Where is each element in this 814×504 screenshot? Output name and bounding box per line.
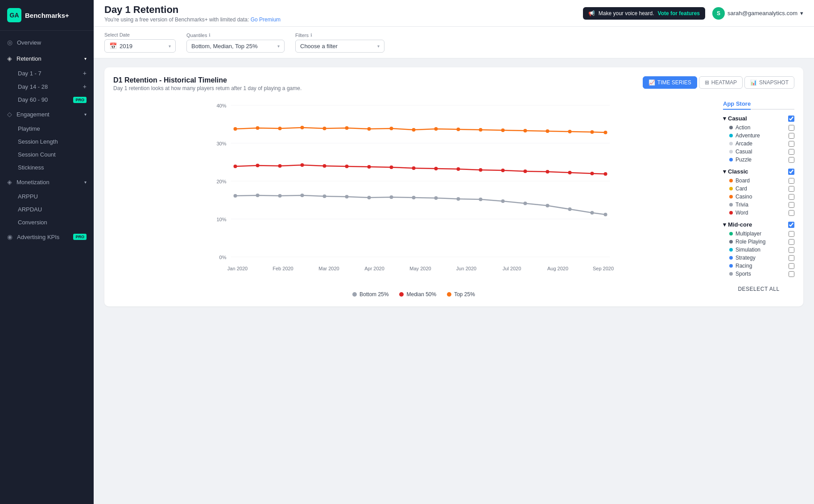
svg-text:40%: 40%	[216, 103, 226, 108]
svg-point-36	[412, 166, 416, 170]
strategy-dot	[729, 256, 733, 260]
classic-section-header[interactable]: ▾ Classic	[723, 168, 794, 175]
casino-checkbox[interactable]	[789, 194, 794, 200]
deselect-all-button[interactable]: DESELECT ALL	[723, 282, 794, 296]
sidebar-item-day60-90[interactable]: Day 60 - 90 PRO	[0, 93, 94, 106]
filters-control: Filters ℹ Choose a filter ▾	[295, 33, 384, 53]
svg-point-51	[345, 195, 349, 198]
sidebar-item-arppu[interactable]: ARPPU	[0, 190, 94, 203]
quantiles-info-icon[interactable]: ℹ	[209, 33, 211, 37]
midcore-section-header[interactable]: ▾ Mid-core	[723, 221, 794, 228]
chart-plot: 40% 30% 20% 10% 0%	[113, 99, 714, 297]
content-area: D1 Retention - Historical Timeline Day 1…	[94, 58, 814, 504]
filters-label: Filters ℹ	[295, 33, 384, 38]
board-checkbox[interactable]	[789, 178, 794, 184]
filters-select[interactable]: Choose a filter ▾	[295, 40, 384, 53]
sidebar-item-advertising[interactable]: ◉ Advertising KPIs PRO	[0, 229, 94, 245]
vote-link[interactable]: Vote for features	[658, 10, 700, 17]
multiplayer-checkbox[interactable]	[789, 231, 794, 237]
sidebar-label-retention: Retention	[17, 55, 41, 62]
svg-point-42	[546, 170, 550, 174]
snapshot-icon: 📊	[750, 79, 757, 86]
svg-point-12	[278, 127, 282, 130]
stickiness-label: Stickiness	[18, 164, 44, 171]
puzzle-checkbox[interactable]	[789, 157, 794, 163]
sports-dot	[729, 272, 733, 276]
heatmap-button[interactable]: ⊞ HEATMAP	[699, 76, 743, 89]
svg-point-10	[234, 127, 237, 131]
svg-point-21	[479, 128, 483, 132]
midcore-chevron: ▾	[723, 221, 726, 228]
quantiles-arrow: ▾	[277, 44, 280, 49]
svg-point-37	[434, 167, 438, 170]
svg-point-46	[234, 194, 237, 198]
sidebar-item-stickiness[interactable]: Stickiness	[0, 161, 94, 174]
svg-point-45	[604, 172, 607, 176]
racing-checkbox[interactable]	[789, 263, 794, 269]
day14-28-plus: +	[83, 83, 87, 90]
simulation-checkbox[interactable]	[789, 247, 794, 253]
time-series-button[interactable]: 📈 TIME SERIES	[643, 76, 697, 89]
sidebar-item-engagement[interactable]: ◇ Engagement ▾	[0, 106, 94, 122]
panel-item-arcade: Arcade	[723, 140, 794, 148]
action-checkbox[interactable]	[789, 125, 794, 131]
filters-info-icon[interactable]: ℹ	[310, 33, 312, 37]
quantiles-select[interactable]: Bottom, Median, Top 25% ▾	[186, 40, 285, 53]
legend-dot-bottom	[352, 292, 357, 297]
sidebar-item-session-length[interactable]: Session Length	[0, 135, 94, 148]
sidebar-item-day1-7[interactable]: Day 1 - 7 +	[0, 66, 94, 80]
sidebar-item-conversion[interactable]: Conversion	[0, 216, 94, 229]
panel-item-simulation: Simulation	[723, 246, 794, 254]
svg-text:Jul 2020: Jul 2020	[503, 266, 521, 271]
panel-item-word: Word	[723, 209, 794, 217]
sports-checkbox[interactable]	[789, 271, 794, 277]
day60-90-pro: PRO	[73, 97, 87, 103]
sidebar-item-overview[interactable]: ◎ Overview	[0, 34, 94, 50]
engagement-chevron: ▾	[84, 112, 87, 117]
panel-section-midcore: ▾ Mid-core Multiplayer	[723, 221, 794, 278]
svg-text:Sep 2020: Sep 2020	[593, 266, 614, 271]
sidebar-item-playtime[interactable]: Playtime	[0, 122, 94, 135]
day1-7-label: Day 1 - 7	[18, 70, 41, 77]
retention-icon: ◈	[7, 55, 12, 62]
legend-label-top: Top 25%	[454, 291, 475, 297]
roleplaying-checkbox[interactable]	[789, 239, 794, 245]
panel-item-card: Card	[723, 185, 794, 193]
svg-point-38	[457, 167, 460, 171]
sidebar-label-advertising: Advertising KPIs	[17, 234, 59, 240]
panel-item-action: Action	[723, 124, 794, 132]
premium-link[interactable]: Go Premium	[251, 17, 281, 23]
svg-point-13	[301, 126, 304, 129]
svg-point-48	[278, 194, 282, 198]
sidebar-item-session-count[interactable]: Session Count	[0, 148, 94, 161]
arcade-checkbox[interactable]	[789, 141, 794, 147]
svg-text:0%: 0%	[219, 255, 227, 260]
roleplaying-dot	[729, 240, 733, 244]
word-checkbox[interactable]	[789, 210, 794, 216]
adventure-checkbox[interactable]	[789, 133, 794, 139]
controls-bar: Select Date 📅 2019 ▾ Quantiles ℹ Bottom,…	[94, 27, 814, 58]
sidebar-label-monetization: Monetization	[17, 179, 50, 186]
tab-app-store[interactable]: App Store	[723, 99, 751, 110]
card-checkbox[interactable]	[789, 186, 794, 192]
overview-icon: ◎	[7, 39, 12, 46]
chart-right-panel: App Store ▾ Casual	[723, 99, 794, 297]
strategy-checkbox[interactable]	[789, 255, 794, 261]
casual-checkbox[interactable]	[789, 149, 794, 155]
snapshot-button[interactable]: 📊 SNAPSHOT	[744, 76, 794, 89]
svg-point-33	[345, 165, 349, 168]
casual-section-header[interactable]: ▾ Casual	[723, 115, 794, 122]
sidebar-item-arpdau[interactable]: ARPDAU	[0, 203, 94, 216]
classic-master-checkbox[interactable]	[788, 169, 794, 175]
sidebar-item-day14-28[interactable]: Day 14 - 28 +	[0, 80, 94, 93]
date-select[interactable]: 📅 2019 ▾	[104, 39, 176, 53]
sidebar-item-retention[interactable]: ◈ Retention ▾	[0, 50, 94, 66]
trivia-checkbox[interactable]	[789, 202, 794, 208]
midcore-master-checkbox[interactable]	[788, 222, 794, 228]
svg-text:Feb 2020: Feb 2020	[273, 266, 293, 271]
casual-master-checkbox[interactable]	[788, 116, 794, 122]
casual-title: ▾ Casual	[723, 115, 747, 122]
svg-text:30%: 30%	[216, 141, 226, 146]
sidebar-item-monetization[interactable]: ◈ Monetization ▾	[0, 174, 94, 190]
user-menu[interactable]: S sarah@gameanalytics.com ▾	[712, 7, 803, 20]
